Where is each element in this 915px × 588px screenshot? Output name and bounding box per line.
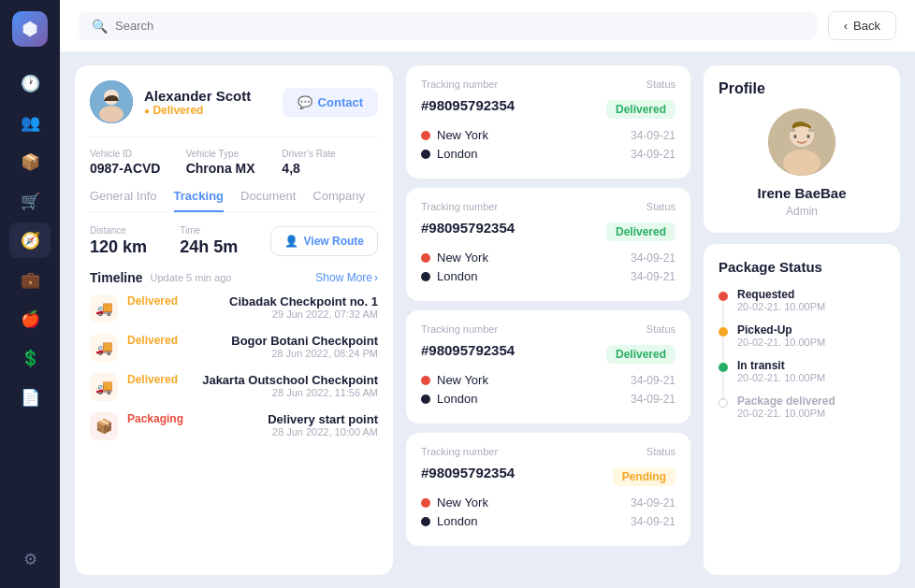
intransit-dot bbox=[719, 363, 728, 372]
timeline-title: Timeline bbox=[90, 270, 143, 285]
clock-icon: 🕐 bbox=[21, 74, 40, 93]
sidebar-item-briefcase[interactable]: 💼 bbox=[9, 262, 51, 297]
drivers-rate-value: 4,8 bbox=[282, 161, 378, 176]
timeline-item: 🚚 Delivered Bogor Botani Checkpoint 28 J… bbox=[90, 334, 378, 362]
left-panel: Alexander Scott ● Delivered 💬 Contact Ve… bbox=[75, 65, 393, 575]
svg-rect-11 bbox=[790, 129, 795, 132]
package-status-item: Requested 20-02-21. 10.00PM bbox=[719, 288, 885, 312]
tracking-card: Tracking number Status #98095792354 Deli… bbox=[406, 188, 690, 301]
delivered-icon: 🚚 bbox=[90, 334, 118, 362]
tracking-card: Tracking number Status #98095792354 Deli… bbox=[406, 310, 690, 423]
tab-document[interactable]: Document bbox=[240, 189, 296, 212]
delivered-icon: 🚚 bbox=[90, 373, 118, 401]
profile-title: Profile bbox=[719, 80, 765, 97]
sidebar-item-shipments[interactable]: 📦 bbox=[9, 144, 51, 179]
users-icon: 👥 bbox=[21, 113, 40, 133]
requested-dot bbox=[719, 292, 728, 301]
pickedup-dot bbox=[719, 327, 728, 337]
origin-dot bbox=[421, 253, 430, 263]
svg-point-10 bbox=[807, 135, 810, 138]
contact-button[interactable]: 💬 Contact bbox=[283, 88, 378, 117]
search-bar[interactable]: 🔍 bbox=[79, 12, 817, 40]
origin-dot bbox=[421, 131, 430, 140]
nav-icon: 🧭 bbox=[21, 231, 40, 251]
middle-panel: Tracking number Status #98095792354 Deli… bbox=[406, 65, 690, 575]
driver-status: ● Delivered bbox=[144, 104, 251, 117]
tracking-card: Tracking number Status #98095792354 Pend… bbox=[406, 433, 690, 546]
chevron-right-icon: › bbox=[374, 271, 378, 284]
sidebar: 🕐 👥 📦 🛒 🧭 💼 🍎 💲 📄 ⚙ bbox=[0, 0, 60, 588]
route-icon: 👤 bbox=[284, 235, 298, 248]
timeline-item: 🚚 Delivered Jakarta Outschool Checkpoint… bbox=[90, 373, 378, 401]
profile-name: Irene BaeBae bbox=[757, 185, 846, 201]
vehicle-type-value: Chrona MX bbox=[186, 161, 283, 176]
profile-role: Admin bbox=[786, 205, 818, 218]
briefcase-icon: 💼 bbox=[21, 270, 40, 290]
app-logo[interactable] bbox=[12, 11, 48, 47]
dest-dot bbox=[421, 517, 430, 526]
chat-icon: 💬 bbox=[298, 95, 312, 109]
origin-dot bbox=[421, 376, 430, 385]
driver-info: Alexander Scott ● Delivered bbox=[144, 88, 251, 117]
timeline-list: 🚚 Delivered Cibadak Checkpoint no. 1 29 … bbox=[90, 294, 378, 440]
timeline-item: 📦 Packaging Delivery start point 28 Jun … bbox=[90, 412, 378, 440]
svg-point-2 bbox=[99, 106, 123, 122]
profile-avatar bbox=[768, 108, 835, 176]
sidebar-item-finance[interactable]: 💲 bbox=[9, 340, 51, 376]
sidebar-item-settings[interactable]: ⚙ bbox=[9, 541, 51, 577]
driver-avatar bbox=[90, 80, 133, 123]
svg-point-9 bbox=[794, 135, 797, 138]
tracking-stats: Distance 120 km Time 24h 5m 👤 View Route bbox=[90, 225, 378, 257]
view-route-button[interactable]: 👤 View Route bbox=[270, 226, 378, 256]
timeline-item: 🚚 Delivered Cibadak Checkpoint no. 1 29 … bbox=[90, 294, 378, 323]
vehicle-type-col: Vehicle Type Chrona MX bbox=[186, 149, 283, 176]
vehicle-info: Vehicle ID 0987-ACVD Vehicle Type Chrona… bbox=[90, 136, 378, 176]
package-status-item: Picked-Up 20-02-21. 10.00PM bbox=[719, 323, 885, 348]
header: 🔍 ‹ Back bbox=[60, 0, 915, 52]
sidebar-item-users[interactable]: 👥 bbox=[9, 105, 51, 140]
drivers-rate-col: Driver's Rate 4,8 bbox=[282, 149, 378, 176]
dest-dot bbox=[421, 272, 430, 281]
show-more-button[interactable]: Show More › bbox=[315, 271, 378, 284]
documents-icon: 📄 bbox=[21, 388, 40, 408]
svg-point-6 bbox=[783, 150, 821, 176]
sidebar-item-navigation[interactable]: 🧭 bbox=[9, 222, 51, 258]
vehicle-id-col: Vehicle ID 0987-ACVD bbox=[90, 149, 186, 176]
delivered-icon: 🚚 bbox=[90, 294, 118, 323]
settings-icon: ⚙ bbox=[23, 550, 37, 569]
box-icon: 📦 bbox=[21, 152, 40, 172]
origin-dot bbox=[421, 498, 430, 508]
package-status-item: Package delivered 20-02-21. 10.00PM bbox=[719, 394, 885, 419]
package-status-card: Package Status Requested 20-02-21. 10.00… bbox=[704, 244, 900, 575]
tracking-card: Tracking number Status #98095792354 Deli… bbox=[406, 65, 690, 179]
dest-dot bbox=[421, 150, 430, 159]
driver-name: Alexander Scott bbox=[144, 88, 251, 104]
right-panel: Profile I bbox=[704, 65, 900, 575]
search-input[interactable] bbox=[115, 19, 804, 33]
vehicle-id-value: 0987-ACVD bbox=[90, 161, 186, 176]
chevron-left-icon: ‹ bbox=[844, 19, 848, 33]
tabs: General Info Tracking Document Company bbox=[90, 189, 378, 212]
delivered-status-dot bbox=[719, 398, 728, 408]
back-button[interactable]: ‹ Back bbox=[828, 11, 896, 40]
sidebar-item-cart[interactable]: 🛒 bbox=[9, 183, 51, 219]
main-content: 🔍 ‹ Back bbox=[60, 0, 915, 588]
packaging-icon: 📦 bbox=[90, 412, 118, 440]
driver-header: Alexander Scott ● Delivered 💬 Contact bbox=[90, 80, 378, 123]
analytics-icon: 🍎 bbox=[21, 309, 40, 329]
sidebar-item-analytics[interactable]: 🍎 bbox=[9, 301, 51, 337]
timeline-update: Update 5 min ago bbox=[151, 272, 232, 283]
finance-icon: 💲 bbox=[21, 349, 40, 368]
tab-general-info[interactable]: General Info bbox=[90, 189, 157, 212]
tab-company[interactable]: Company bbox=[312, 189, 365, 212]
tab-tracking[interactable]: Tracking bbox=[174, 189, 224, 212]
package-status-title: Package Status bbox=[719, 259, 885, 275]
sidebar-item-documents[interactable]: 📄 bbox=[9, 380, 51, 415]
distance-stat: Distance 120 km bbox=[90, 225, 167, 257]
sidebar-item-dashboard[interactable]: 🕐 bbox=[9, 65, 51, 101]
dest-dot bbox=[421, 394, 430, 404]
timeline-header: Timeline Update 5 min ago Show More › bbox=[90, 270, 378, 285]
vehicle-type-label: Vehicle Type bbox=[186, 149, 283, 159]
cart-icon: 🛒 bbox=[21, 192, 40, 211]
profile-card: Profile I bbox=[704, 65, 900, 233]
